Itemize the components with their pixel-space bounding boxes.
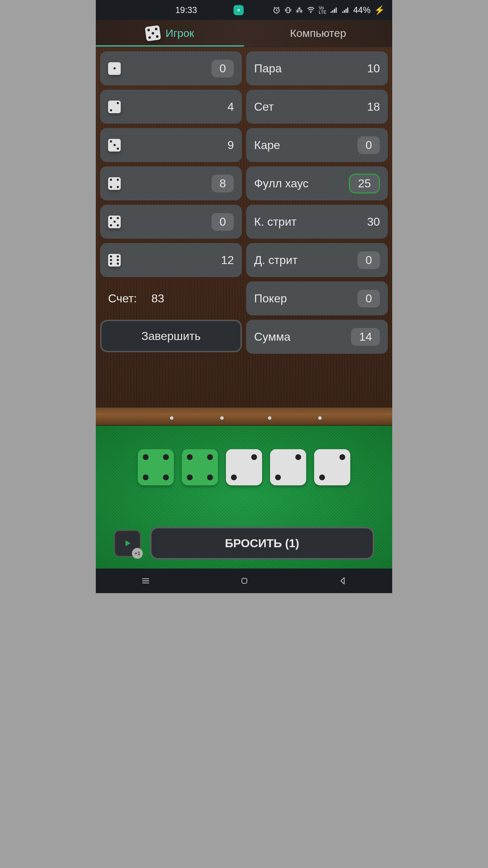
svg-rect-8 — [342, 11, 343, 13]
score-label: Счет: — [108, 292, 137, 305]
die-face-3-icon — [108, 139, 121, 152]
combo-value: 14 — [351, 328, 380, 346]
svg-point-3 — [310, 12, 311, 13]
finish-label: Завершить — [141, 329, 201, 343]
combo-cell[interactable]: Фулл хаус 25 — [246, 166, 388, 200]
die-face-5-icon — [108, 216, 121, 228]
combo-label: Д. стрит — [254, 254, 358, 267]
svg-rect-2 — [287, 7, 289, 13]
score-value: 8 — [211, 175, 234, 192]
score-cell-face-5[interactable]: 0 — [100, 205, 242, 239]
combo-value: 30 — [367, 215, 380, 229]
svg-rect-5 — [332, 10, 333, 13]
svg-point-0 — [237, 9, 240, 11]
tab-player[interactable]: Игрок — [96, 20, 244, 47]
combo-label: Каре — [254, 139, 358, 152]
back-icon[interactable] — [338, 576, 347, 586]
alarm-icon — [273, 6, 281, 14]
score-cell-face-3[interactable]: 9 — [100, 128, 242, 162]
combo-label: Сумма — [254, 330, 351, 344]
recent-apps-icon[interactable] — [141, 576, 151, 586]
combo-value: 0 — [358, 251, 380, 269]
play-icon — [123, 538, 133, 548]
die-face-2-icon — [108, 101, 121, 113]
tabs: Игрок Компьютер — [96, 20, 392, 47]
svg-rect-4 — [331, 11, 332, 13]
die-face-6-icon — [108, 254, 121, 267]
score-value: 0 — [211, 213, 234, 231]
tab-computer-label: Компьютер — [290, 27, 346, 39]
rolled-die-2[interactable] — [182, 449, 218, 485]
die-face-4-icon — [108, 177, 121, 190]
svg-rect-7 — [336, 7, 337, 13]
dice-icon — [145, 25, 161, 41]
score-cell-face-6[interactable]: 12 — [100, 243, 242, 277]
combo-label: Сет — [254, 100, 367, 114]
total-score-row: Счет:83 — [100, 281, 242, 315]
camera-app-icon — [234, 5, 244, 15]
battery-text: 44% — [353, 5, 371, 15]
score-area: 0 4 9 8 0 12Счет:83Завершить Пара 10 Сет… — [96, 47, 392, 407]
combo-cell[interactable]: Д. стрит 0 — [246, 243, 388, 277]
signal-icon — [330, 7, 338, 14]
right-column: Пара 10 Сет 18 Каре 0 Фулл хаус 25 К. ст… — [246, 51, 388, 403]
home-icon[interactable] — [240, 576, 249, 585]
score-cell-face-2[interactable]: 4 — [100, 90, 242, 124]
combo-value: 0 — [358, 136, 380, 154]
roll-button[interactable]: БРОСИТЬ (1) — [150, 527, 374, 559]
combo-value: 18 — [367, 100, 380, 114]
signal2-icon — [342, 7, 350, 14]
tab-computer[interactable]: Компьютер — [244, 20, 392, 47]
score-value: 4 — [227, 100, 234, 114]
score-cell-face-4[interactable]: 8 — [100, 166, 242, 200]
svg-rect-6 — [334, 9, 335, 13]
combo-cell[interactable]: К. стрит 30 — [246, 205, 388, 239]
vibrate-icon — [284, 6, 292, 14]
combo-label: Покер — [254, 292, 358, 305]
score-value: 9 — [227, 139, 234, 152]
charging-icon: ⚡ — [374, 5, 385, 15]
score-cell-face-1[interactable]: 0 — [100, 51, 242, 85]
combo-value: 0 — [358, 290, 380, 307]
android-navbar — [96, 569, 392, 593]
svg-rect-10 — [346, 9, 347, 13]
svg-rect-11 — [347, 7, 348, 13]
combo-label: К. стрит — [254, 215, 367, 229]
action-row: +1 БРОСИТЬ (1) — [103, 527, 385, 563]
rolled-die-1[interactable] — [138, 449, 174, 485]
combo-cell[interactable]: Покер 0 — [246, 281, 388, 315]
left-column: 0 4 9 8 0 12Счет:83Завершить — [100, 51, 242, 403]
combo-cell[interactable]: Сет 18 — [246, 90, 388, 124]
status-bar: 19:33 ⁂ VoLTE 44% ⚡ — [96, 0, 392, 20]
felt-area: +1 БРОСИТЬ (1) — [96, 426, 392, 569]
combo-cell[interactable]: Пара 10 — [246, 51, 388, 85]
wood-rail — [96, 407, 392, 426]
dice-row — [103, 449, 385, 485]
bluetooth-icon: ⁂ — [296, 6, 303, 14]
wifi-icon — [307, 6, 315, 14]
score-value: 0 — [211, 60, 234, 77]
tab-player-label: Игрок — [166, 27, 194, 39]
svg-rect-12 — [242, 578, 247, 583]
rolled-die-3[interactable] — [226, 449, 262, 485]
roll-button-label: БРОСИТЬ (1) — [225, 537, 299, 550]
score-value: 83 — [151, 292, 164, 305]
rolled-die-5[interactable] — [314, 449, 350, 485]
status-time: 19:33 — [175, 5, 197, 15]
combo-label: Фулл хаус — [254, 177, 349, 190]
rolled-die-4[interactable] — [270, 449, 306, 485]
combo-value: 25 — [349, 174, 380, 193]
combo-label: Пара — [254, 62, 367, 75]
score-value: 12 — [221, 254, 234, 267]
plus-one-badge: +1 — [132, 548, 143, 559]
combo-value: 10 — [367, 62, 380, 75]
phone-frame: 19:33 ⁂ VoLTE 44% ⚡ Игрок Компьютер 0 — [96, 0, 392, 593]
finish-button[interactable]: Завершить — [100, 320, 242, 352]
combo-cell[interactable]: Каре 0 — [246, 128, 388, 162]
volte-icon: VoLTE — [319, 6, 326, 14]
svg-rect-9 — [344, 10, 345, 13]
bonus-roll-button[interactable]: +1 — [114, 530, 141, 557]
combo-cell[interactable]: Сумма 14 — [246, 320, 388, 354]
die-face-1-icon — [108, 62, 121, 75]
